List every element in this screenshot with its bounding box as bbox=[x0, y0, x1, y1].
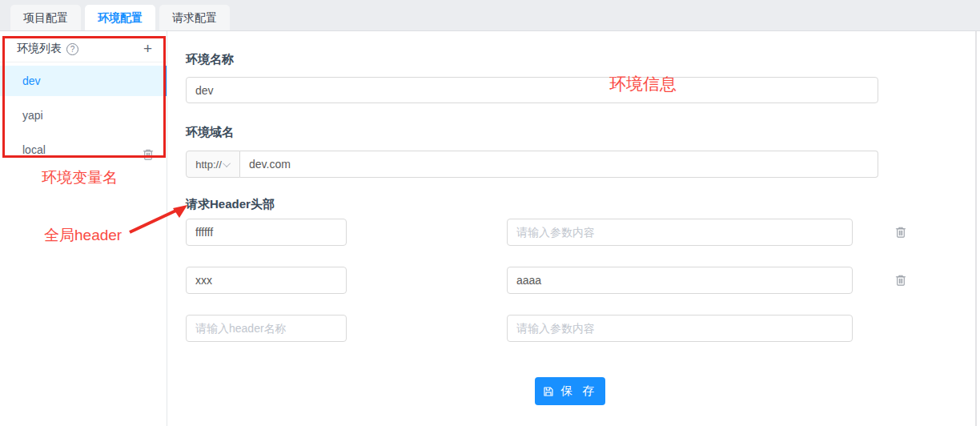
tab-env-config[interactable]: 环境配置 bbox=[85, 5, 155, 30]
header-row bbox=[168, 219, 980, 246]
save-icon bbox=[542, 385, 555, 398]
tab-project-config[interactable]: 项目配置 bbox=[10, 5, 81, 30]
env-item-local[interactable]: local bbox=[0, 135, 167, 165]
header-name-input[interactable] bbox=[186, 315, 347, 342]
add-environment-icon[interactable]: + bbox=[143, 42, 152, 56]
annotation-global-header: 全局header bbox=[44, 225, 122, 246]
delete-environment-icon[interactable] bbox=[141, 143, 155, 157]
env-item-label: local bbox=[22, 135, 141, 165]
header-value-input[interactable] bbox=[507, 219, 853, 246]
delete-header-row-icon[interactable] bbox=[894, 273, 908, 287]
environment-form: 环境信息 环境名称 环境域名 http:// 请求Header头部 bbox=[168, 31, 980, 426]
environment-list-title: 环境列表 bbox=[17, 42, 62, 56]
env-item-yapi[interactable]: yapi bbox=[0, 100, 167, 131]
delete-header-row-icon[interactable] bbox=[894, 225, 908, 239]
environment-list-header: 环境列表 ? + bbox=[0, 36, 167, 62]
save-button[interactable]: 保 存 bbox=[535, 377, 605, 405]
tab-bar: 项目配置 环境配置 请求配置 bbox=[0, 0, 980, 31]
annotation-env-var-name: 环境变量名 bbox=[42, 167, 118, 188]
env-item-label: dev bbox=[22, 66, 153, 96]
scrollbar[interactable] bbox=[975, 31, 977, 426]
env-name-input[interactable] bbox=[186, 77, 878, 103]
header-row bbox=[168, 267, 980, 294]
chevron-down-icon bbox=[223, 159, 231, 167]
save-button-label: 保 存 bbox=[560, 384, 597, 399]
annotation-env-info: 环境信息 bbox=[609, 73, 677, 95]
env-item-label: yapi bbox=[22, 100, 155, 131]
environment-list: dev yapi local bbox=[0, 66, 167, 169]
header-name-input[interactable] bbox=[186, 219, 347, 246]
header-name-input[interactable] bbox=[186, 267, 347, 294]
protocol-select[interactable]: http:// bbox=[186, 151, 240, 178]
env-name-label: 环境名称 bbox=[186, 52, 234, 67]
env-domain-label: 环境域名 bbox=[186, 125, 234, 140]
env-domain-input[interactable] bbox=[240, 151, 878, 178]
header-value-input[interactable] bbox=[507, 315, 853, 342]
protocol-value: http:// bbox=[195, 159, 222, 171]
env-domain-group: http:// bbox=[186, 151, 878, 178]
tab-request-config[interactable]: 请求配置 bbox=[159, 5, 230, 30]
environment-config-page: 项目配置 环境配置 请求配置 环境列表 ? + dev yapi local bbox=[0, 0, 980, 426]
help-question-icon[interactable]: ? bbox=[66, 43, 78, 55]
header-row bbox=[168, 315, 980, 342]
header-value-input[interactable] bbox=[507, 267, 853, 294]
env-item-dev[interactable]: dev bbox=[0, 66, 167, 96]
request-header-label: 请求Header头部 bbox=[186, 197, 275, 212]
